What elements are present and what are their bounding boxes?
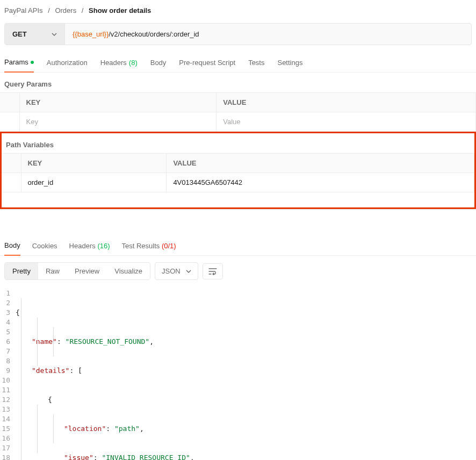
view-visualize-button[interactable]: Visualize [107, 263, 150, 279]
wrap-icon [208, 268, 217, 275]
qp-key-header: KEY [19, 93, 217, 112]
resp-tab-headers[interactable]: Headers (16) [69, 236, 110, 255]
wrap-lines-button[interactable] [203, 263, 223, 279]
request-tabs: Params Authorization Headers (8) Body Pr… [0, 51, 476, 73]
tab-prerequest-script[interactable]: Pre-request Script [179, 58, 235, 72]
http-method-label: GET [12, 30, 27, 38]
tab-tests[interactable]: Tests [248, 58, 264, 72]
breadcrumb-current: Show order details [89, 6, 151, 15]
tab-headers[interactable]: Headers (8) [100, 58, 138, 72]
body-view-segment: Pretty Raw Preview Visualize [4, 262, 150, 280]
chevron-down-icon [52, 32, 57, 37]
pv-key-cell[interactable]: order_id [21, 173, 167, 192]
response-body-toolbar: Pretty Raw Preview Visualize JSON [0, 256, 476, 286]
tab-authorization[interactable]: Authorization [47, 58, 88, 72]
drag-col-header [2, 154, 21, 173]
request-url-bar: GET {{base_url}}/v2/checkout/orders/:ord… [4, 23, 472, 45]
pv-value-header: VALUE [167, 154, 474, 173]
breadcrumb-sep-icon: / [82, 6, 84, 15]
qp-value-header: VALUE [217, 93, 476, 112]
resp-tab-test-results[interactable]: Test Results (0/1) [122, 236, 176, 255]
pv-value-cell[interactable]: 4V013445GA6507442 [167, 173, 474, 192]
view-raw-button[interactable]: Raw [38, 263, 67, 279]
query-param-row-empty[interactable]: Key Value [0, 112, 476, 132]
headers-count: (8) [129, 59, 138, 67]
qp-value-input[interactable]: Value [223, 118, 240, 126]
query-params-table: KEY VALUE Key Value [0, 92, 476, 132]
url-variable: {{base_url}} [73, 30, 109, 38]
json-code[interactable]: { "name": "RESOURCE_NOT_FOUND", "details… [16, 289, 476, 460]
view-pretty-button[interactable]: Pretty [5, 263, 38, 279]
view-preview-button[interactable]: Preview [67, 263, 107, 279]
body-format-select[interactable]: JSON [155, 262, 198, 280]
drag-handle[interactable] [0, 112, 19, 132]
path-variables-highlight: Path Variables KEY VALUE order_id 4V0134… [0, 132, 476, 209]
qp-key-input[interactable]: Key [26, 118, 38, 126]
tab-settings[interactable]: Settings [277, 58, 302, 72]
drag-col-header [0, 93, 19, 112]
tab-params[interactable]: Params [4, 58, 34, 73]
url-path: /v2/checkout/orders/:order_id [109, 30, 199, 38]
path-variables-table: KEY VALUE order_id 4V013445GA6507442 [2, 153, 474, 192]
params-dirty-dot-icon [31, 61, 34, 64]
resp-tab-cookies[interactable]: Cookies [32, 236, 57, 255]
breadcrumb-sep-icon: / [48, 6, 50, 15]
drag-handle[interactable] [2, 173, 21, 192]
body-format-label: JSON [162, 267, 181, 275]
path-variable-row[interactable]: order_id 4V013445GA6507442 [2, 173, 474, 192]
http-method-select[interactable]: GET [5, 24, 65, 45]
breadcrumb: PayPal APIs / Orders / Show order detail… [0, 0, 476, 21]
pv-key-header: KEY [21, 154, 167, 173]
response-body-code[interactable]: 12345678910111213141516171819 { "name": … [0, 286, 476, 460]
query-params-label: Query Params [0, 73, 476, 92]
chevron-down-icon [186, 269, 191, 274]
request-url-input[interactable]: {{base_url}}/v2/checkout/orders/:order_i… [65, 24, 471, 45]
breadcrumb-root[interactable]: PayPal APIs [4, 6, 43, 15]
resp-test-results-count: (0/1) [162, 242, 176, 250]
path-variables-label: Path Variables [2, 133, 474, 153]
resp-tab-body[interactable]: Body [4, 236, 20, 256]
resp-headers-count: (16) [97, 242, 110, 250]
response-tabs: Body Cookies Headers (16) Test Results (… [0, 236, 476, 256]
breadcrumb-mid[interactable]: Orders [55, 6, 76, 15]
line-number-gutter: 12345678910111213141516171819 [0, 289, 16, 460]
tab-body[interactable]: Body [150, 58, 167, 72]
resp-tab-headers-label: Headers [69, 242, 96, 250]
tab-headers-label: Headers [100, 59, 127, 67]
resp-tab-test-results-label: Test Results [122, 242, 160, 250]
tab-params-label: Params [4, 58, 28, 66]
